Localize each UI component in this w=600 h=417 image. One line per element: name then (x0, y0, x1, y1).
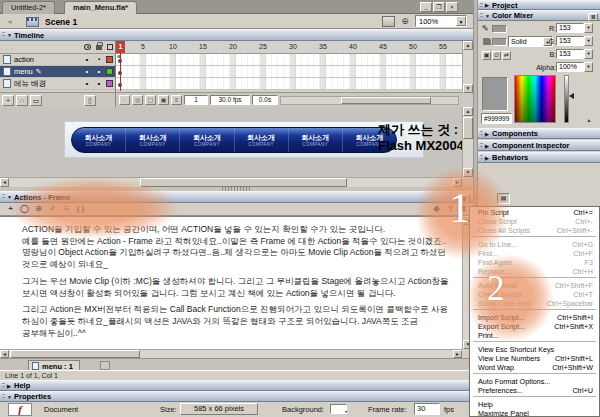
nav-menu-button[interactable]: 회사소개 COMPANY (235, 128, 289, 152)
layer-name[interactable]: menu (14, 67, 33, 76)
tab-untitled[interactable]: Untitled-2* (2, 1, 55, 14)
menu-item[interactable]: Check Syntax Ctrl+T (470, 290, 599, 299)
layer-frame-row[interactable] (116, 78, 462, 90)
script-horizontal-scrollbar[interactable]: ◄ ► (0, 349, 462, 358)
background-color-swatch[interactable]: ▾ (330, 404, 347, 414)
panel-gripper[interactable] (480, 155, 483, 160)
debug-options-icon[interactable]: ◈ (430, 204, 443, 215)
properties-panel-header[interactable]: ▼ Properties (0, 391, 473, 402)
timeline-frames-area[interactable]: 1510152025303540455055 (116, 41, 462, 107)
menu-item[interactable]: Print... (470, 331, 599, 340)
timeline-vertical-scrollbar[interactable]: ▲ ▼ (462, 41, 473, 93)
restore-button[interactable]: ❐ (433, 2, 445, 12)
frame-rate-indicator[interactable]: 30.0 fps (210, 95, 250, 105)
nav-menu-button[interactable]: 회사소개 COMPANY (72, 128, 126, 152)
menu-item[interactable]: Maximize Panel (470, 409, 599, 417)
color-mixer-panel-header[interactable]: ▼ Color Mixer ≣ (478, 10, 600, 21)
timeline-layer-row[interactable]: 메뉴 배경 ✎ (0, 78, 115, 90)
onion-skin-icon[interactable]: ◎ (132, 95, 143, 105)
onion-skin-outlines-icon[interactable]: ▢ (145, 95, 156, 105)
menu-item[interactable]: Find... Ctrl+F (470, 249, 599, 258)
nav-menu-button[interactable]: 회사소개 COMPANY (126, 128, 180, 152)
blue-stepper[interactable]: ▼ (584, 49, 593, 59)
scrollbar-thumb[interactable] (341, 97, 431, 104)
layer-frame-row[interactable] (116, 54, 462, 66)
menu-item[interactable] (473, 309, 596, 312)
slider-track[interactable] (564, 75, 569, 123)
nav-menu-button[interactable]: 회사소개 COMPANY (180, 128, 234, 152)
scrollbar-thumb[interactable] (10, 350, 140, 358)
panel-gripper[interactable] (2, 32, 5, 38)
menu-item[interactable] (473, 396, 596, 399)
menu-item[interactable]: View Line Numbers Ctrl+Shift+L (470, 354, 599, 363)
alpha-input[interactable]: 100% (556, 62, 584, 72)
default-colors-icon[interactable]: ▣ (482, 51, 491, 60)
green-input[interactable]: 153 (556, 36, 584, 46)
panel-options-menu-icon[interactable]: ≣ (588, 13, 598, 21)
tab-main-menu-fla[interactable]: main_Menu.fla* (64, 1, 137, 14)
chevron-down-icon[interactable]: ▼ (456, 16, 466, 26)
back-arrow-icon[interactable]: ◄ (4, 17, 15, 27)
delete-layer-trash-button[interactable]: ▯ (84, 95, 96, 106)
layer-outline-color-swatch[interactable] (106, 56, 113, 63)
menu-item[interactable]: Help (470, 400, 599, 409)
timeline-layer-row[interactable]: menu ✎ (0, 66, 115, 78)
menu-item[interactable]: Preferences... Ctrl+U (470, 386, 599, 395)
help-panel-header[interactable]: ▶ Help (0, 380, 473, 391)
find-icon[interactable]: ◯ (18, 204, 31, 215)
scroll-down-arrow[interactable]: ▼ (463, 84, 473, 93)
panel-gripper[interactable] (480, 131, 483, 136)
stage-vertical-scrollbar[interactable]: ▲ ▼ (462, 107, 473, 177)
components-panel-header[interactable]: ▶ Components (478, 128, 600, 139)
check-syntax-icon[interactable]: ✓ (46, 204, 59, 215)
panel-gripper[interactable] (480, 13, 483, 18)
layer-outline-color-swatch[interactable] (106, 80, 113, 87)
layer-visibility-toggle[interactable] (83, 66, 91, 78)
scroll-left-arrow[interactable]: ◄ (0, 178, 9, 187)
panel-gripper[interactable] (480, 3, 483, 7)
nav-menu-button[interactable]: 회사소개 COMPANY (289, 128, 343, 152)
panel-options-menu-icon[interactable]: ≣ (458, 194, 470, 203)
collapse-arrow-icon[interactable]: ▲ (584, 117, 594, 125)
scroll-down-arrow[interactable]: ▼ (463, 168, 473, 177)
frame-rows[interactable] (116, 54, 462, 90)
menu-background-graphic[interactable]: 회사소개 COMPANY 회사소개 COMPANY 회사소개 COMPANY (64, 121, 424, 158)
zoom-dropdown[interactable]: 100% ▼ (415, 15, 467, 27)
frame-rate-input[interactable]: 30 (414, 403, 440, 415)
playhead-line[interactable] (120, 53, 121, 91)
menu-item[interactable]: Replace... Ctrl+H (470, 267, 599, 276)
menu-item[interactable]: Auto Format Ctrl+Shift+F (470, 281, 599, 290)
layer-frame-row[interactable] (116, 66, 462, 78)
edit-symbol-icon[interactable]: ⊕ (399, 16, 411, 27)
scroll-right-arrow[interactable]: ► (453, 350, 462, 358)
add-motion-guide-button[interactable]: ∴ (16, 95, 28, 106)
layer-lock-toggle[interactable] (95, 78, 103, 90)
menu-item[interactable]: Close All Scripts Ctrl+Shift+- (470, 226, 599, 235)
layer-lock-toggle[interactable] (95, 54, 103, 66)
hex-color-input[interactable]: #999999 (481, 113, 512, 124)
menu-item[interactable]: Pin Script Ctrl+= (470, 208, 599, 217)
project-panel-header[interactable]: ▶ Project (478, 0, 600, 10)
alpha-stepper[interactable]: ▼ (584, 62, 593, 72)
menu-item[interactable] (473, 373, 596, 376)
scrollbar-thumb[interactable] (140, 178, 347, 187)
menu-item[interactable]: Import Script... Ctrl+Shift+I (470, 313, 599, 322)
menu-item[interactable] (473, 277, 596, 280)
panel-gripper[interactable] (2, 394, 5, 399)
actions-panel-header[interactable]: ▼ Actions - Frame ≣ (0, 191, 473, 203)
stage-area[interactable]: 회사소개 COMPANY 회사소개 COMPANY 회사소개 COMPANY (0, 107, 473, 177)
menu-item[interactable] (473, 341, 596, 344)
stroke-pencil-icon[interactable]: ✎ (482, 24, 489, 33)
insert-target-path-icon[interactable]: ⊕ (32, 204, 45, 215)
outline-layers-icon[interactable] (107, 44, 113, 50)
lock-layers-icon[interactable] (96, 45, 102, 50)
add-layer-folder-button[interactable]: ▭ (30, 95, 42, 106)
fill-color-swatch[interactable] (492, 38, 507, 46)
panel-gripper[interactable] (480, 143, 483, 148)
menu-item[interactable]: Go to Line... Ctrl+G (470, 240, 599, 249)
add-action-icon[interactable]: + (4, 204, 17, 215)
close-button[interactable]: × (446, 2, 458, 12)
menu-item[interactable]: Close Script Ctrl+- (470, 217, 599, 226)
popup-menu-anchor-icon[interactable]: ▤ (497, 193, 510, 204)
navigation-bar-graphic[interactable]: 회사소개 COMPANY 회사소개 COMPANY 회사소개 COMPANY (71, 127, 397, 153)
